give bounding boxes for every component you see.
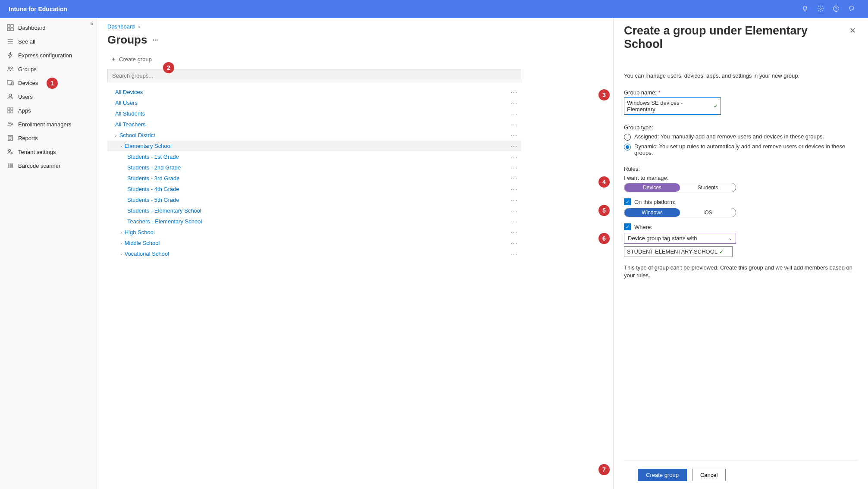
group-type-label: Group type:	[624, 124, 858, 131]
top-bar: Intune for Education	[0, 0, 868, 18]
tree-row-all-teachers[interactable]: All Teachers···	[107, 119, 521, 130]
preview-note: This type of group can't be previewed. C…	[624, 264, 858, 279]
hint-badge-2: 2	[163, 62, 174, 73]
tree-row-students-3rd[interactable]: Students - 3rd Grade···	[107, 173, 521, 184]
radio-dynamic[interactable]: Dynamic: You set up rules to automatical…	[624, 143, 858, 156]
tree-row-students-elementary[interactable]: Students - Elementary School···	[107, 205, 521, 216]
row-more-icon[interactable]: ···	[511, 143, 518, 149]
list-icon	[7, 38, 14, 45]
checkbox-icon[interactable]: ✓	[624, 223, 631, 230]
row-more-icon[interactable]: ···	[511, 197, 518, 203]
hint-badge-1: 1	[47, 78, 58, 89]
nav-label: Tenant settings	[18, 149, 56, 155]
tree-row-middle-school[interactable]: ›Middle School···	[107, 238, 521, 248]
dashboard-icon	[7, 24, 14, 31]
main-content: Dashboard › Groups ··· ＋ Create group Al…	[97, 18, 614, 489]
row-more-icon[interactable]: ···	[511, 207, 518, 214]
svg-point-26	[11, 153, 13, 154]
row-more-icon[interactable]: ···	[511, 229, 518, 235]
tree-row-students-1st[interactable]: Students - 1st Grade···	[107, 151, 521, 162]
chevron-down-icon: ⌄	[728, 235, 732, 241]
tree-row-all-users[interactable]: All Users···	[107, 97, 521, 108]
tree-row-students-2nd[interactable]: Students - 2nd Grade···	[107, 162, 521, 173]
create-group-panel: Create a group under Elementary School ✕…	[614, 18, 868, 489]
row-more-icon[interactable]: ···	[511, 110, 518, 117]
svg-point-20	[11, 123, 13, 125]
settings-icon[interactable]	[813, 5, 828, 13]
nav-apps[interactable]: Apps	[0, 103, 97, 117]
platform-toggle[interactable]: Windows iOS	[624, 208, 736, 217]
feedback-icon[interactable]	[844, 5, 859, 13]
devices-icon	[7, 79, 14, 86]
tree-row-vocational-school[interactable]: ›Vocational School···	[107, 248, 521, 259]
tree-row-elementary-school[interactable]: ›Elementary School···	[107, 141, 521, 151]
nav-tenant-settings[interactable]: Tenant settings	[0, 145, 97, 159]
row-more-icon[interactable]: ···	[511, 186, 518, 192]
breadcrumb[interactable]: Dashboard ›	[107, 23, 603, 30]
nav-enrollment-managers[interactable]: Enrollment managers	[0, 117, 97, 131]
row-more-icon[interactable]: ···	[511, 89, 518, 95]
nav-label: Barcode scanner	[18, 163, 60, 169]
tree-row-teachers-elementary[interactable]: Teachers - Elementary School···	[107, 216, 521, 227]
page-title: Groups	[107, 33, 147, 47]
nav-see-all[interactable]: See all	[0, 34, 97, 48]
tenant-settings-icon	[7, 148, 14, 155]
cancel-button[interactable]: Cancel	[692, 469, 726, 481]
row-more-icon[interactable]: ···	[511, 251, 518, 257]
row-more-icon[interactable]: ···	[511, 240, 518, 246]
create-group-button[interactable]: ＋ Create group	[111, 55, 152, 63]
close-icon[interactable]: ✕	[848, 24, 858, 37]
nav-express-config[interactable]: Express configuration	[0, 48, 97, 62]
nav-groups[interactable]: Groups	[0, 62, 97, 76]
checkbox-icon[interactable]: ✓	[624, 198, 631, 205]
group-name-label: Group name: *	[624, 89, 858, 96]
toggle-students[interactable]: Students	[680, 183, 736, 192]
chevron-right-icon[interactable]: ›	[120, 241, 122, 246]
toggle-devices[interactable]: Devices	[624, 183, 680, 192]
row-more-icon[interactable]: ···	[511, 132, 518, 138]
chevron-right-icon[interactable]: ›	[115, 133, 117, 138]
breadcrumb-item[interactable]: Dashboard	[107, 23, 135, 30]
row-more-icon[interactable]: ···	[511, 154, 518, 160]
notifications-icon[interactable]	[797, 5, 813, 13]
chevron-right-icon[interactable]: ›	[120, 230, 122, 235]
tree-row-students-5th[interactable]: Students - 5th Grade···	[107, 194, 521, 205]
where-value-input[interactable]: STUDENT-ELEMENTARY-SCHOOL	[624, 246, 733, 257]
tree-row-school-district[interactable]: ›School District···	[107, 130, 521, 141]
select-value: Device group tag starts with	[628, 235, 697, 241]
lightning-icon	[7, 52, 14, 59]
nav-barcode-scanner[interactable]: Barcode scanner	[0, 159, 97, 172]
tree-row-all-students[interactable]: All Students···	[107, 108, 521, 119]
toggle-windows[interactable]: Windows	[624, 208, 680, 217]
help-icon[interactable]	[828, 5, 844, 13]
svg-point-25	[9, 150, 11, 152]
row-more-icon[interactable]: ···	[511, 218, 518, 225]
svg-point-9	[8, 67, 10, 69]
row-more-icon[interactable]: ···	[511, 175, 518, 182]
page-title-row: Groups ···	[107, 33, 603, 47]
nav-reports[interactable]: Reports	[0, 131, 97, 145]
svg-rect-11	[7, 81, 12, 84]
tree-row-students-4th[interactable]: Students - 4th Grade···	[107, 184, 521, 194]
nav-label: Groups	[18, 66, 37, 72]
manage-toggle[interactable]: Devices Students	[624, 183, 736, 192]
create-group-submit-button[interactable]: Create group	[638, 469, 687, 481]
where-condition-select[interactable]: Device group tag starts with ⌄	[624, 233, 736, 244]
nav-dashboard[interactable]: Dashboard	[0, 21, 97, 34]
row-more-icon[interactable]: ···	[511, 100, 518, 106]
more-actions-icon[interactable]: ···	[152, 36, 158, 44]
nav-users[interactable]: Users	[0, 90, 97, 103]
tree-row-all-devices[interactable]: All Devices···	[107, 87, 521, 97]
radio-assigned[interactable]: Assigned: You manually add and remove us…	[624, 133, 858, 141]
row-more-icon[interactable]: ···	[511, 121, 518, 128]
hint-badge-5: 5	[599, 205, 610, 216]
chevron-right-icon[interactable]: ›	[120, 144, 122, 149]
group-name-input[interactable]: Windows SE devices - Elementary	[624, 97, 721, 115]
toggle-ios[interactable]: iOS	[680, 208, 736, 217]
row-more-icon[interactable]: ···	[511, 164, 518, 171]
tree-row-high-school[interactable]: ›High School···	[107, 227, 521, 238]
svg-point-10	[11, 67, 13, 69]
chevron-right-icon: ›	[138, 23, 140, 30]
chevron-right-icon[interactable]: ›	[120, 251, 122, 257]
collapse-nav-icon[interactable]: «	[90, 21, 93, 27]
